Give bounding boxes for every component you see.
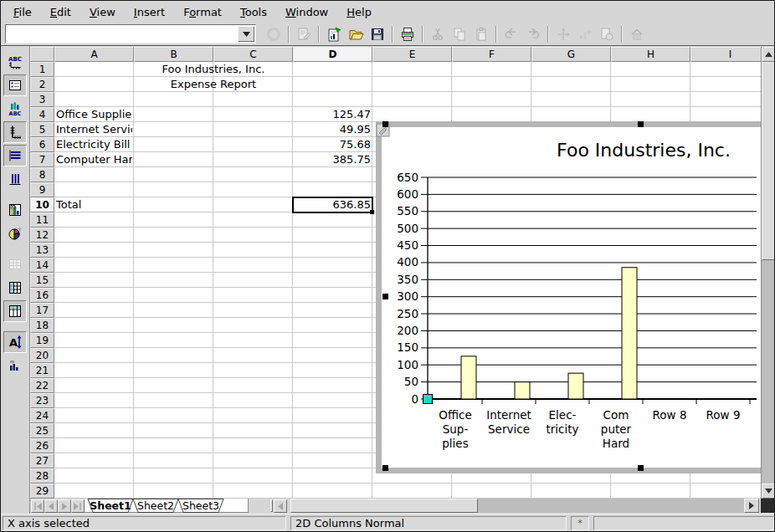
cell-D5[interactable]: 49.95 <box>293 122 371 137</box>
cell-reference-input[interactable] <box>6 25 237 43</box>
menu-edit[interactable]: Edit <box>41 3 80 21</box>
row-header-28[interactable]: 28 <box>30 468 54 483</box>
row-header-3[interactable]: 3 <box>30 92 54 107</box>
x-category-label[interactable]: Hard <box>603 437 629 450</box>
cell-A7[interactable]: Computer Hardware <box>54 152 132 167</box>
data-in-rows-button[interactable] <box>3 277 27 299</box>
row-header-16[interactable]: 16 <box>30 288 54 303</box>
y-tick-label[interactable]: 400 <box>397 255 418 269</box>
column-header-g[interactable]: G <box>531 47 611 62</box>
vertical-gridlines-button[interactable] <box>3 168 27 190</box>
previous-sheet-button[interactable] <box>44 499 58 513</box>
selection-handle[interactable] <box>382 465 388 471</box>
column-header-b[interactable]: B <box>134 47 213 62</box>
row-header-26[interactable]: 26 <box>30 438 54 453</box>
font-scaling-button[interactable]: A <box>3 331 27 353</box>
chart-wizard-button[interactable] <box>575 24 595 44</box>
y-tick-label[interactable]: 200 <box>397 324 418 337</box>
row-header-5[interactable]: 5 <box>30 122 54 137</box>
row-header-14[interactable]: 14 <box>30 258 54 273</box>
selection-handle[interactable] <box>382 121 388 127</box>
last-sheet-button[interactable] <box>71 499 85 513</box>
x-axis-selection-handle[interactable] <box>423 395 433 404</box>
column-header-d[interactable]: D <box>293 47 372 62</box>
tab-splitter-handle[interactable] <box>270 499 273 512</box>
menu-format[interactable]: Format <box>174 3 231 21</box>
vertical-scrollbar[interactable] <box>761 47 775 499</box>
tab-label[interactable]: Sheet1 <box>90 499 131 512</box>
refresh-document-button[interactable] <box>597 24 617 44</box>
horizontal-scroll-thumb[interactable] <box>290 499 478 513</box>
row-header-4[interactable]: 4 <box>30 107 54 122</box>
chart-subtype-button[interactable] <box>3 355 27 376</box>
legend-button[interactable] <box>3 74 27 96</box>
row-header-2[interactable]: 2 <box>30 77 54 92</box>
column-header-h[interactable]: H <box>611 47 690 62</box>
row-header-25[interactable]: 25 <box>30 423 54 438</box>
x-category-label[interactable]: Service <box>488 422 530 436</box>
row-header-15[interactable]: 15 <box>30 273 54 288</box>
cell-A5[interactable]: Internet Service <box>54 122 132 137</box>
row-header-8[interactable]: 8 <box>30 167 54 182</box>
x-category-label[interactable]: puter <box>601 422 632 436</box>
cell-A10[interactable]: Total <box>54 197 132 212</box>
y-tick-label[interactable]: 100 <box>397 358 418 371</box>
row-header-18[interactable]: 18 <box>30 318 54 333</box>
cell-A4[interactable]: Office Supplies <box>54 107 132 122</box>
selection-handle[interactable] <box>638 121 644 127</box>
x-category-label[interactable]: Row 9 <box>706 408 741 422</box>
x-category-label[interactable]: plies <box>442 437 468 450</box>
y-tick-label[interactable]: 50 <box>404 375 418 388</box>
column-header-c[interactable]: C <box>213 47 293 62</box>
x-category-label[interactable]: Row 8 <box>653 408 687 422</box>
undo-button[interactable] <box>501 24 521 44</box>
active-cell-border[interactable] <box>292 197 373 213</box>
axis-titles-button[interactable]: ABC <box>3 51 27 73</box>
column-header-a[interactable]: A <box>54 47 134 62</box>
row-header-29[interactable]: 29 <box>30 483 54 499</box>
menu-file[interactable]: File <box>4 3 41 21</box>
x-category-label[interactable]: tricity <box>546 422 578 436</box>
cell-A6[interactable]: Electricity Bill <box>54 137 132 152</box>
selection-handle[interactable] <box>382 294 388 299</box>
stop-button[interactable] <box>264 24 284 44</box>
combobox-dropdown-button[interactable] <box>238 26 254 42</box>
y-tick-label[interactable]: 250 <box>397 307 418 320</box>
y-tick-label[interactable]: 150 <box>397 340 418 354</box>
row-header-21[interactable]: 21 <box>30 363 54 378</box>
home-button[interactable] <box>627 24 647 44</box>
copy-button[interactable] <box>449 24 470 44</box>
y-tick-label[interactable]: 0 <box>411 392 418 406</box>
y-tick-label[interactable]: 650 <box>397 171 418 184</box>
scroll-right-button[interactable] <box>744 499 759 513</box>
row-header-7[interactable]: 7 <box>30 152 54 167</box>
row-header-11[interactable]: 11 <box>30 212 54 228</box>
cell-D7[interactable]: 385.75 <box>293 152 371 167</box>
open-document-button[interactable] <box>346 24 366 44</box>
chart-title[interactable]: Foo Industries, Inc. <box>557 140 731 161</box>
menu-help[interactable]: Help <box>337 3 381 21</box>
x-category-label[interactable]: Elec- <box>549 408 577 422</box>
embedded-chart-object[interactable]: Foo Industries, Inc.05010015020025030035… <box>376 121 761 473</box>
vertical-scroll-thumb[interactable] <box>762 62 775 260</box>
cut-button[interactable] <box>428 24 448 44</box>
row-header-24[interactable]: 24 <box>30 408 54 423</box>
horizontal-scrollbar[interactable] <box>290 499 759 513</box>
scroll-down-button[interactable] <box>762 483 775 499</box>
new-document-button[interactable] <box>324 24 344 44</box>
row-header-23[interactable]: 23 <box>30 393 54 408</box>
save-document-button[interactable] <box>367 24 388 44</box>
bar-0[interactable] <box>461 356 476 399</box>
x-category-label[interactable]: Internet <box>486 408 531 422</box>
row-header-13[interactable]: 13 <box>30 243 54 258</box>
tab-label[interactable]: Sheet2 <box>137 499 174 512</box>
paste-button[interactable] <box>471 24 491 44</box>
row-header-19[interactable]: 19 <box>30 333 54 348</box>
redo-button[interactable] <box>523 24 543 44</box>
fill-handle[interactable] <box>370 210 374 214</box>
chart-axes-button[interactable] <box>553 24 573 44</box>
column-header-i[interactable]: I <box>690 47 761 62</box>
x-category-label[interactable]: Office <box>439 408 471 422</box>
cell-B1[interactable]: Foo Industries, Inc. <box>134 62 291 77</box>
menu-window[interactable]: Window <box>276 3 337 21</box>
